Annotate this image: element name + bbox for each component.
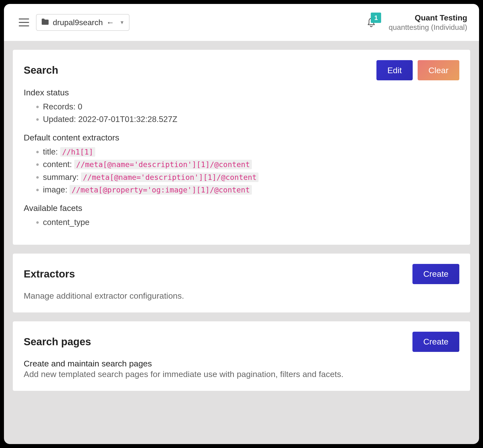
account-name: Quant Testing — [389, 13, 467, 23]
list-item: content_type — [43, 216, 459, 228]
extractor-xpath: //h1[1] — [60, 147, 95, 157]
notifications-button[interactable]: 1 — [366, 17, 377, 28]
records-label: Records: — [43, 102, 75, 111]
chevron-down-icon: ▼ — [120, 20, 125, 25]
facets-list: content_type — [24, 216, 459, 228]
search-title: Search — [24, 64, 372, 76]
create-page-button[interactable]: Create — [412, 332, 459, 352]
list-item: content: //meta[@name='description'][1]/… — [43, 158, 459, 171]
extractor-xpath: //meta[@name='description'][1]/@content — [81, 172, 259, 182]
content-area: Search Edit Clear Index status Records: … — [4, 41, 479, 409]
notification-badge: 1 — [371, 13, 381, 23]
extractors-title: Extractors — [24, 268, 408, 280]
folder-icon — [41, 18, 49, 27]
extractors-card: Extractors Create Manage additional extr… — [13, 254, 470, 312]
default-extractors-label: Default content extractors — [24, 133, 459, 142]
create-extractor-button[interactable]: Create — [412, 264, 459, 284]
extractors-list: title: //h1[1] content: //meta[@name='de… — [24, 145, 459, 196]
account-info[interactable]: Quant Testing quanttesting (Individual) — [389, 13, 467, 32]
extractor-name: title: — [43, 147, 58, 156]
menu-icon[interactable] — [19, 18, 29, 26]
search-pages-title: Search pages — [24, 336, 408, 348]
search-pages-card: Search pages Create Create and maintain … — [13, 321, 470, 391]
index-status-list: Records: 0 Updated: 2022-07-01T01:32:28.… — [24, 100, 459, 125]
updated-label: Updated: — [43, 115, 76, 124]
list-item: image: //meta[@property='og:image'][1]/@… — [43, 183, 459, 196]
project-selector[interactable]: drupal9search ← ▼ — [36, 14, 130, 31]
extractors-description: Manage additional extractor configuratio… — [24, 291, 459, 301]
search-card: Search Edit Clear Index status Records: … — [13, 50, 470, 245]
extractor-xpath: //meta[@name='description'][1]/@content — [74, 160, 252, 169]
extractor-name: content: — [43, 160, 72, 169]
edit-button[interactable]: Edit — [376, 60, 413, 80]
available-facets-label: Available facets — [24, 203, 459, 213]
list-item: Records: 0 — [43, 100, 459, 113]
extractor-name: summary: — [43, 172, 79, 182]
account-sub: quanttesting (Individual) — [389, 23, 467, 32]
list-item: summary: //meta[@name='description'][1]/… — [43, 171, 459, 183]
index-status-label: Index status — [24, 88, 459, 97]
search-pages-desc: Add new templated search pages for immed… — [24, 369, 459, 379]
topbar: drupal9search ← ▼ 1 Quant Testing quantt… — [4, 4, 479, 41]
extractor-name: image: — [43, 185, 67, 194]
records-value: 0 — [78, 102, 82, 111]
extractor-xpath: //meta[@property='og:image'][1]/@content — [70, 185, 252, 195]
list-item: Updated: 2022-07-01T01:32:28.527Z — [43, 113, 459, 125]
clear-button[interactable]: Clear — [418, 60, 459, 80]
app-window: drupal9search ← ▼ 1 Quant Testing quantt… — [4, 4, 479, 444]
project-name: drupal9search — [53, 18, 103, 27]
updated-value: 2022-07-01T01:32:28.527Z — [78, 115, 177, 124]
search-pages-desc-strong: Create and maintain search pages — [24, 359, 459, 368]
back-arrow-icon: ← — [106, 18, 114, 27]
list-item: title: //h1[1] — [43, 145, 459, 158]
